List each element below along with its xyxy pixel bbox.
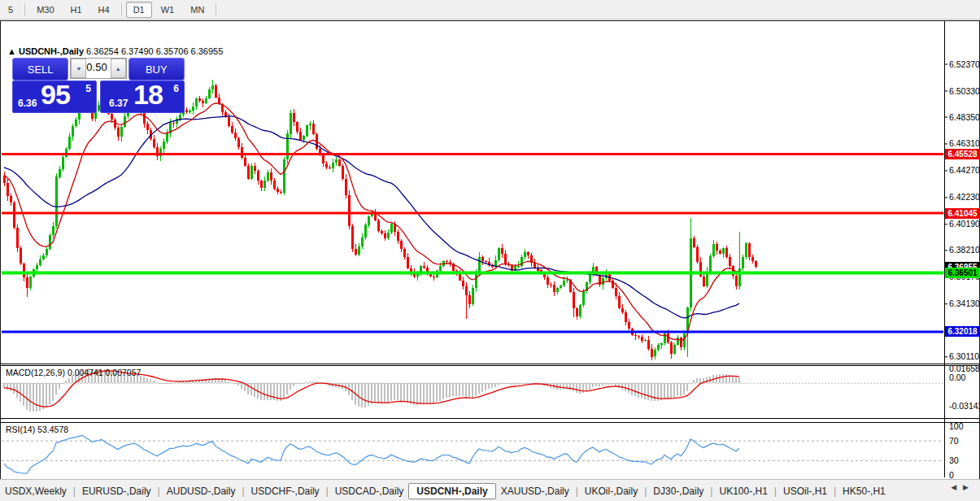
rsi-axis-tick: 70	[949, 436, 959, 447]
toolbar-separator	[216, 3, 216, 16]
price-axis-tick: 6.48350	[949, 112, 980, 123]
chart-title: ▲ USDCNH-,Daily 6.36254 6.37490 6.35706 …	[7, 46, 223, 56]
price-axis-tick: 6.34130	[949, 298, 980, 309]
price-level-badge: 6.45528	[945, 149, 980, 159]
timeframe-button-5[interactable]: 5	[1, 2, 20, 18]
chart-tab-eurusd-daily[interactable]: EURUSD-,Daily	[77, 484, 156, 499]
tab-scroll-arrows: ◀▶	[951, 483, 975, 491]
chart-tab-uk100-h1[interactable]: UK100-,H1	[714, 484, 772, 499]
ohlc-open: 6.36254	[86, 46, 119, 56]
ohlc-close: 6.36955	[191, 46, 224, 56]
tab-separator: |	[710, 486, 712, 497]
buy-price-display[interactable]: 6.37 18 6	[100, 81, 185, 113]
chart-tab-usdcad-daily[interactable]: USDCAD-,Daily	[330, 484, 409, 499]
chart-tab-usdx-weekly[interactable]: USDX,Weekly	[0, 484, 72, 499]
chart-tab-dj30-daily[interactable]: DJ30-,Daily	[648, 484, 708, 499]
trading-terminal: 5M30H1H4D1W1MN 6.523706.503306.483506.46…	[0, 0, 980, 501]
price-level-badge: 6.36501	[945, 268, 980, 278]
volume-increase-button[interactable]: ▲	[111, 59, 126, 78]
rsi-axis-tick: 30	[949, 455, 959, 466]
buy-price-pips: 18	[133, 79, 163, 111]
price-level-badge: 6.32018	[945, 326, 980, 337]
buy-button[interactable]: BUY	[128, 58, 185, 81]
volume-box: ▼ 0.50 ▲	[70, 58, 126, 79]
timeframe-button-w1[interactable]: W1	[154, 2, 182, 18]
rsi-value: 53.4578	[37, 425, 68, 434]
tab-scroll-left-icon[interactable]: ◀	[951, 483, 963, 491]
timeframe-button-m30[interactable]: M30	[29, 2, 61, 18]
timeframe-button-mn[interactable]: MN	[183, 2, 211, 18]
timeframe-toolbar: 5M30H1H4D1W1MN	[0, 0, 980, 20]
buy-price-point: 6	[173, 83, 179, 94]
tab-separator: |	[576, 486, 578, 497]
volume-input[interactable]: 0.50	[86, 59, 110, 78]
price-axis-tick: 6.52370	[949, 59, 980, 70]
price-axis-tick: 6.50330	[949, 86, 980, 97]
macd-name: MACD(12,26,9)	[6, 368, 65, 377]
chart-window: 6.523706.503306.483506.463106.442706.422…	[0, 20, 980, 480]
one-click-trading-panel: SELL ▼ 0.50 ▲ BUY 6.36 95 5 6.37 18 6	[12, 58, 185, 113]
price-axis-tick: 6.44270	[949, 165, 980, 176]
sell-price-pips: 95	[41, 79, 70, 111]
rsi-axis-tick: 100	[949, 421, 964, 432]
macd-value-main: 0.004741	[68, 368, 103, 377]
macd-label: MACD(12,26,9) 0.004741 0.007057	[6, 368, 141, 377]
tab-separator: |	[774, 486, 777, 497]
chart-tab-usdcnh-daily[interactable]: USDCNH-,Daily	[408, 483, 495, 499]
price-axis-tick: 6.30110	[949, 351, 979, 362]
spinner-down-icon: ▼	[76, 66, 81, 72]
chart-tab-hk50-h1[interactable]: HK50-,H1	[838, 484, 891, 499]
price-axis-tick: 6.40190	[949, 219, 980, 229]
rsi-name: RSI(14)	[6, 425, 35, 434]
chart-tab-bar: USDX,Weekly|EURUSD-,Daily|AUDUSD-,Daily|…	[0, 479, 980, 501]
ohlc-low: 6.35706	[156, 46, 189, 56]
chart-tab-ukoil-daily[interactable]: UKOil-,Daily	[580, 484, 642, 499]
tab-separator: |	[326, 486, 329, 497]
tab-separator: |	[644, 486, 647, 497]
buy-price-base: 6.37	[109, 98, 128, 109]
spinner-up-icon: ▲	[115, 66, 121, 72]
timeframe-button-h1[interactable]: H1	[63, 2, 89, 18]
tab-separator: |	[242, 486, 244, 497]
toolbar-separator	[24, 3, 25, 16]
tab-separator: |	[158, 486, 160, 497]
sell-price-display[interactable]: 6.36 95 5	[12, 81, 97, 113]
ohlc-high: 6.37490	[121, 46, 154, 56]
sell-price-base: 6.36	[18, 98, 37, 109]
symbol-label: USDCNH-,Daily	[19, 46, 84, 56]
chart-tab-audusd-daily[interactable]: AUDUSD-,Daily	[162, 484, 241, 499]
price-axis-tick: 6.42230	[949, 192, 980, 203]
tab-separator: |	[73, 486, 76, 497]
rsi-label: RSI(14) 53.4578	[6, 425, 68, 434]
macd-axis-tick: -0.031425	[949, 401, 980, 412]
chart-tab-xauusd-daily[interactable]: XAUUSD-,Daily	[496, 484, 574, 499]
timeframe-button-h4[interactable]: H4	[91, 2, 117, 18]
toolbar-separator	[121, 3, 122, 16]
macd-value-signal: 0.007057	[106, 368, 142, 377]
volume-decrease-button[interactable]: ▼	[71, 59, 86, 78]
price-axis-tick: 6.38210	[949, 245, 980, 255]
tab-separator: |	[834, 486, 836, 497]
timeframe-button-d1[interactable]: D1	[126, 2, 152, 18]
collapse-marker-icon: ▲	[7, 46, 16, 56]
price-axis-tick: 6.46310	[949, 138, 980, 149]
macd-axis-tick: 0.00	[949, 372, 965, 383]
tab-scroll-right-icon[interactable]: ▶	[963, 483, 975, 491]
price-level-badge: 6.41045	[945, 208, 980, 219]
chart-tab-usoil-h1[interactable]: USOil-,H1	[778, 484, 832, 499]
sell-button[interactable]: SELL	[12, 58, 68, 81]
sell-price-point: 5	[85, 83, 91, 94]
chart-tab-usdchf-daily[interactable]: USDCHF-,Daily	[246, 484, 324, 499]
